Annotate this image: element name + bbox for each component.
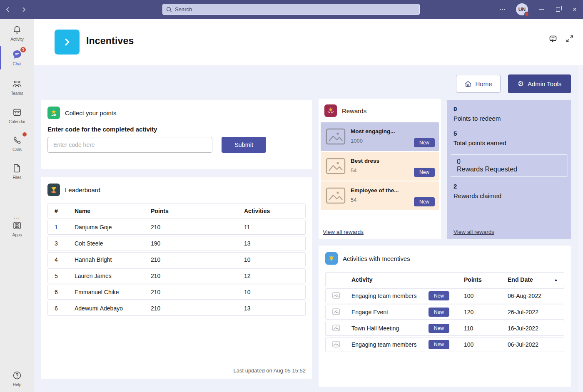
table-row: Engaging team members New 100 06-Aug-202… (325, 288, 564, 303)
home-label: Home (475, 80, 492, 87)
scrollbar-gutter (578, 65, 583, 392)
table-row: Engage Event New 120 26-Jul-2022 (325, 305, 564, 320)
view-all-rewards-link[interactable]: View all rewards (453, 229, 494, 235)
collect-points-card: Collect your points Enter code for the c… (41, 100, 312, 169)
sidebar-item-label: Files (12, 175, 21, 180)
incentives-app-icon (55, 30, 80, 55)
sidebar-item-calendar[interactable]: Calendar (0, 107, 34, 124)
chat-unread-badge: 1 (20, 46, 27, 53)
sidebar-item-label: Help (13, 382, 22, 387)
home-button[interactable]: Home (456, 75, 501, 93)
sort-asc-icon[interactable]: ▲ (554, 278, 564, 282)
sidebar-item-calls[interactable]: Calls (0, 134, 34, 152)
app-header: Incentives (34, 19, 583, 65)
table-row: 6Emmanuel Chike21010 (47, 285, 306, 300)
table-row: 3Colt Steele19013 (47, 236, 306, 251)
app-rail: Activity 1 Chat Teams Calendar Calls Fil… (0, 19, 34, 392)
submit-button[interactable]: Submit (222, 137, 266, 153)
new-badge: New (429, 324, 449, 333)
image-placeholder-icon (326, 128, 346, 146)
titlebar-more-icon[interactable]: ⋯ (494, 5, 511, 13)
list-item[interactable]: Best dress 54 New (321, 152, 439, 181)
sidebar-item-chat[interactable]: 1 Chat (0, 49, 34, 66)
list-item[interactable]: Most engaging... 1000 New (321, 122, 439, 151)
reward-name: Employee of the... (351, 187, 399, 194)
col-points: Points (464, 276, 508, 283)
stat-rewards-claimed: 2 Rewards claimed (447, 183, 571, 199)
image-placeholder-icon (326, 158, 346, 176)
sidebar-item-label: Chat (12, 62, 21, 66)
image-placeholder-icon (332, 341, 351, 349)
page-title: Incentives (86, 35, 134, 47)
calls-notification-dot (22, 132, 27, 136)
collect-points-title: Collect your points (65, 109, 116, 117)
col-end-date[interactable]: End Date (508, 276, 554, 283)
col-points: Points (151, 208, 244, 214)
rewards-icon (324, 104, 337, 117)
gear-icon: ⚙ (518, 80, 524, 87)
calendar-icon (11, 107, 23, 118)
reward-name: Best dress (351, 158, 379, 164)
conversation-icon[interactable] (549, 35, 557, 43)
status-dot (524, 12, 529, 17)
search-bar[interactable] (162, 4, 420, 15)
points-summary-panel: 0 Points to redeem 5 Total points earned… (447, 100, 571, 239)
sidebar-item-files[interactable]: Files (0, 162, 34, 180)
minimize-button[interactable] (533, 0, 550, 19)
avatar-initials: UN (518, 7, 526, 12)
file-icon (11, 162, 23, 174)
reward-points: 54 (351, 167, 356, 174)
leaderboard-table: # Name Points Activities 1Danjuma Goje21… (47, 203, 306, 316)
phone-icon (11, 134, 23, 146)
sidebar-item-help[interactable]: Help (0, 370, 34, 387)
expand-icon[interactable] (566, 35, 574, 43)
leaderboard-icon (47, 184, 60, 196)
enter-code-label: Enter code for the completed activity (47, 126, 306, 133)
forward-icon[interactable] (19, 5, 28, 14)
table-row: 4Hannah Bright21010 (47, 252, 306, 267)
col-name: Name (75, 208, 151, 214)
sidebar-item-teams[interactable]: Teams (0, 78, 34, 96)
back-icon[interactable] (3, 5, 12, 14)
code-input[interactable] (47, 137, 212, 153)
sidebar-item-label: Calls (12, 147, 22, 152)
content-area: Home ⚙ Admin Tools Collect your points E… (34, 65, 583, 392)
table-row: 1Danjuma Goje21011 (47, 220, 306, 235)
activities-card: Activities with Incentives Activity Poin… (319, 246, 571, 387)
reward-points: 54 (351, 197, 356, 203)
admin-tools-button[interactable]: ⚙ Admin Tools (508, 74, 571, 93)
avatar[interactable]: UN (516, 3, 528, 15)
list-item[interactable]: Employee of the... 54 New (321, 181, 439, 210)
activities-title: Activities with Incentives (343, 255, 410, 262)
view-all-rewards-link[interactable]: View all rewards (323, 229, 364, 235)
image-placeholder-icon (326, 187, 346, 206)
sidebar-item-label: Activity (10, 37, 24, 42)
col-activities: Activities (244, 208, 305, 214)
sidebar-item-label: Apps (12, 233, 22, 237)
activities-icon (325, 252, 338, 265)
leaderboard-title: Leaderboard (65, 186, 100, 194)
main-area: Incentives Home ⚙ Admin Tools (34, 19, 583, 392)
leaderboard-card: Leaderboard # Name Points Activities 1Da… (41, 177, 312, 379)
sidebar-item-activity[interactable]: Activity (0, 24, 34, 42)
image-placeholder-icon (332, 308, 351, 316)
table-row: Town Hall Meeting New 110 16-Jul-2022 (325, 321, 564, 336)
new-badge: New (414, 197, 435, 206)
activities-table: Activity Points End Date ▲ Engaging team… (325, 272, 564, 352)
search-icon (166, 7, 172, 12)
chat-icon: 1 (11, 49, 23, 60)
table-row: 6Adewumi Adebayo21013 (47, 301, 306, 316)
reward-points: 1000 (351, 138, 363, 144)
sidebar-item-label: Teams (11, 91, 23, 96)
search-input[interactable] (172, 6, 419, 12)
col-rank: # (55, 208, 75, 214)
close-button[interactable]: × (566, 0, 583, 19)
home-icon (464, 80, 472, 88)
sidebar-item-label: Calendar (9, 119, 26, 124)
apps-grid-icon (11, 220, 23, 231)
restore-button[interactable] (550, 0, 566, 19)
reward-name: Most engaging... (351, 128, 395, 134)
leaderboard-header-row: # Name Points Activities (47, 203, 306, 218)
image-placeholder-icon (332, 292, 351, 300)
sidebar-item-apps[interactable]: Apps (0, 220, 34, 237)
